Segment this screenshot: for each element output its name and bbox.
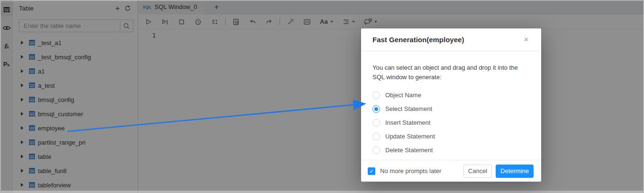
- radio-icon[interactable]: [372, 92, 380, 99]
- radio-select-statement[interactable]: Select Statement: [372, 102, 530, 116]
- radio-icon[interactable]: [372, 147, 380, 154]
- fast-generation-dialog: Fast Generation(employee) ✕ You can sele…: [361, 28, 541, 182]
- radio-icon[interactable]: [372, 105, 380, 113]
- dialog-description: You can select an object and drag and dr…: [372, 63, 530, 82]
- dialog-header: Fast Generation(employee) ✕: [361, 28, 541, 51]
- cancel-button[interactable]: Cancel: [463, 165, 492, 178]
- dialog-footer: ✓ No more prompts later Cancel Determine: [361, 160, 541, 182]
- radio-update-statement[interactable]: Update Statement: [372, 129, 530, 143]
- radio-icon[interactable]: [372, 119, 380, 127]
- dialog-title: Fast Generation(employee): [372, 36, 523, 44]
- radio-icon[interactable]: [372, 133, 380, 140]
- close-icon[interactable]: ✕: [523, 35, 530, 44]
- radio-insert-statement[interactable]: Insert Statement: [372, 116, 530, 129]
- generation-options: Object Name Select Statement Insert Stat…: [372, 88, 530, 157]
- no-more-prompts-checkbox[interactable]: ✓: [368, 167, 375, 175]
- dialog-body: You can select an object and drag and dr…: [361, 51, 541, 157]
- app-window: fx Px Table + _test_a1 _test_bmsql_confi…: [0, 0, 644, 193]
- determine-button[interactable]: Determine: [496, 165, 534, 178]
- modal-overlay[interactable]: [0, 0, 644, 193]
- radio-object-name[interactable]: Object Name: [372, 88, 530, 102]
- radio-delete-statement[interactable]: Delete Statement: [372, 143, 530, 157]
- checkbox-label: No more prompts later: [380, 167, 463, 175]
